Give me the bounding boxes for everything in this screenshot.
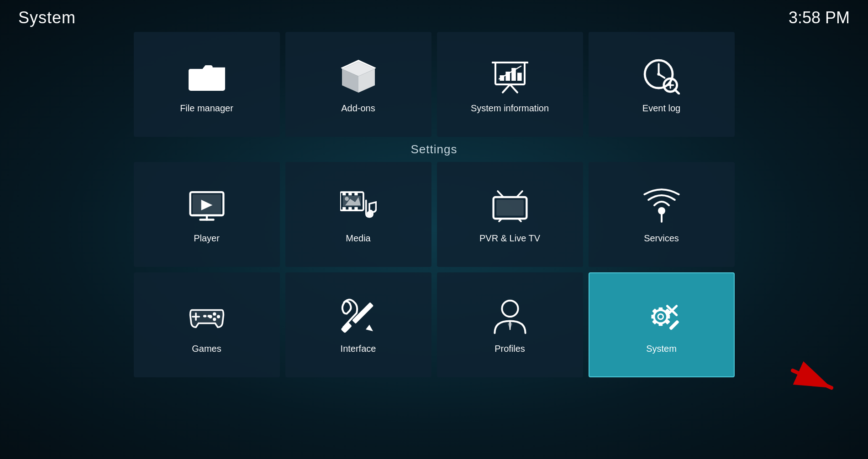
svg-rect-28 [192,214,221,215]
clock: 3:58 PM [789,8,850,27]
tile-system[interactable]: System [589,272,735,377]
add-ons-label: Add-ons [341,103,375,114]
svg-point-38 [345,197,349,201]
svg-rect-32 [354,192,358,195]
svg-rect-66 [658,323,663,326]
svg-rect-43 [496,199,524,215]
svg-rect-65 [658,307,663,310]
svg-rect-33 [342,207,346,210]
interface-label: Interface [341,344,376,354]
svg-line-18 [658,74,664,78]
svg-rect-13 [517,73,522,81]
svg-point-39 [367,211,372,216]
svg-rect-57 [352,302,374,324]
system-label: System [646,344,677,354]
svg-point-64 [658,314,663,319]
media-label: Media [346,233,370,244]
gear-wrench-icon [641,296,682,337]
svg-point-60 [502,300,518,316]
svg-rect-0 [189,69,225,91]
svg-rect-30 [342,192,346,195]
person-icon [489,296,531,337]
svg-point-52 [216,315,220,318]
podcast-icon [641,186,682,227]
top-bar: System 3:58 PM [0,0,868,32]
services-label: Services [644,233,679,244]
svg-marker-58 [366,324,373,331]
svg-rect-55 [203,315,206,317]
tile-event-log[interactable]: Event log [589,32,735,137]
monitor-play-icon [186,186,227,227]
tile-pvr-live-tv[interactable]: PVR & Live TV [437,162,583,267]
settings-header: Settings [46,142,822,156]
tv-icon [489,186,531,227]
svg-rect-34 [348,207,352,210]
wrench-pencil-icon [338,296,379,337]
media-icon [338,186,379,227]
tile-interface[interactable]: Interface [285,272,431,377]
tile-player[interactable]: Player [134,162,280,267]
event-log-label: Event log [642,103,680,114]
tile-media[interactable]: Media [285,162,431,267]
pvr-live-tv-label: PVR & Live TV [479,233,540,244]
box-icon [338,56,379,97]
tile-services[interactable]: Services [589,162,735,267]
svg-rect-71 [652,319,657,324]
tile-profiles[interactable]: Profiles [437,272,583,377]
tile-games[interactable]: Games [134,272,280,377]
tile-add-ons[interactable]: Add-ons [285,32,431,137]
svg-marker-62 [508,321,512,329]
svg-line-20 [674,89,679,94]
svg-line-7 [503,84,510,93]
grid-row-2: Player [46,162,822,267]
tile-system-information[interactable]: System information [437,32,583,137]
svg-point-51 [213,312,216,315]
svg-line-8 [510,84,517,93]
svg-rect-56 [207,315,210,317]
content-area: File manager Add-ons [0,32,868,377]
system-information-label: System information [471,103,549,114]
svg-rect-35 [354,207,358,210]
svg-point-53 [213,318,216,321]
tile-file-manager[interactable]: File manager [134,32,280,137]
svg-rect-67 [651,314,654,318]
gamepad-icon [186,296,227,337]
games-label: Games [192,344,221,354]
clock-search-icon [641,56,682,97]
folder-icon [186,56,227,97]
svg-rect-31 [348,192,352,195]
grid-row-3: Games Interface [46,272,822,377]
profiles-label: Profiles [494,344,525,354]
player-label: Player [194,233,220,244]
file-manager-label: File manager [180,103,233,114]
grid-row-1: File manager Add-ons [46,32,822,137]
svg-rect-75 [668,319,679,330]
svg-rect-59 [341,322,352,333]
presentation-icon [489,56,531,97]
page-title: System [18,8,76,27]
